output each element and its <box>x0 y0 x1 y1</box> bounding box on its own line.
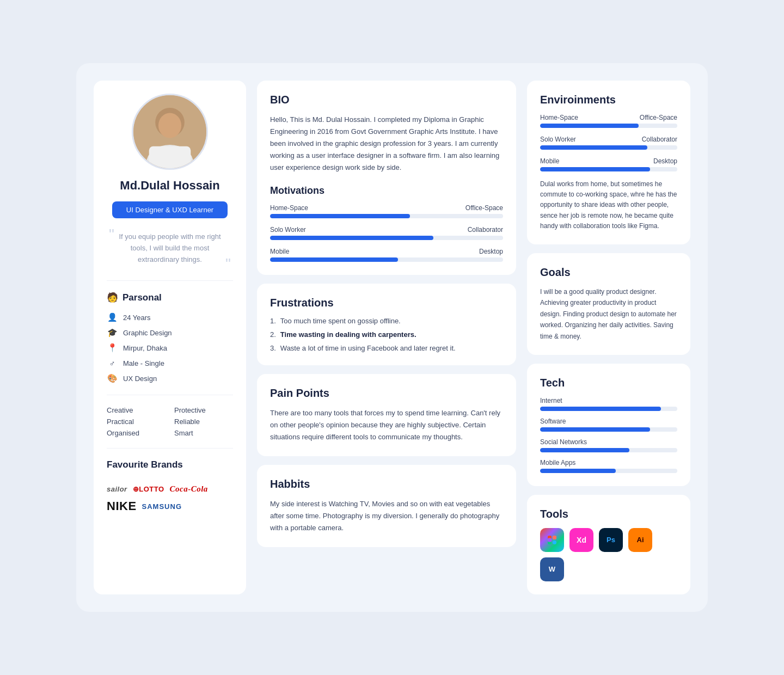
tool-ps: Ps <box>599 528 623 552</box>
frustration-2: 2. Time wasting in dealing with carpente… <box>270 330 503 339</box>
tool-figma <box>540 528 564 552</box>
environments-description: Dulal works from home, but sometimes he … <box>540 179 677 231</box>
divider-1 <box>107 280 233 281</box>
brand-sailor: sailor <box>107 485 127 493</box>
bio-title: BIO <box>270 94 503 106</box>
env-track-2 <box>540 145 677 150</box>
avatar <box>132 94 208 170</box>
motivation-left-1: Home-Space <box>270 204 308 212</box>
age-icon: 👤 <box>107 312 118 323</box>
brand-lotto: ⊕LOTTO <box>133 485 164 493</box>
env-right-3: Desktop <box>653 157 677 165</box>
tech-label-internet: Internet <box>540 397 677 404</box>
personal-gender: ♂ Male - Single <box>107 358 233 369</box>
motivation-fill-3 <box>270 257 398 262</box>
habits-text: My side interest is Watching TV, Movies … <box>270 498 503 534</box>
trait-3: Practical <box>107 418 166 426</box>
tech-fill-mobile <box>540 469 616 473</box>
tools-card: Tools Xd Ps Ai W <box>527 495 690 594</box>
motivation-track-1 <box>270 214 503 218</box>
frustration-1-text: Too much time spent on gossip offline. <box>280 317 401 325</box>
frustrations-list: 1. Too much time spent on gossip offline… <box>270 317 503 352</box>
svg-rect-9 <box>548 538 552 542</box>
env-fill-1 <box>540 124 639 128</box>
personal-list: 👤 24 Years 🎓 Graphic Design 📍 Mirpur, Dh… <box>107 312 233 384</box>
trait-4: Reliable <box>174 418 233 426</box>
left-column: Md.Dulal Hossain UI Designer & UXD Learn… <box>94 81 246 594</box>
personal-section-title: 🧑 Parsonal <box>107 292 233 303</box>
avatar-wrap <box>107 94 233 170</box>
tool-ai: Ai <box>628 528 652 552</box>
gender-label: Male - Single <box>123 359 164 367</box>
motivation-right-1: Office-Space <box>465 204 503 212</box>
tech-bar-software: Software <box>540 418 677 432</box>
frustration-3-text: Waste a lot of time in using Facebook an… <box>280 344 456 352</box>
environments-title: Enviroinments <box>540 94 677 106</box>
profile-name: Md.Dulal Hossain <box>107 179 233 193</box>
interest-icon: 🎨 <box>107 373 118 384</box>
goals-text: I will be a good quality product designe… <box>540 286 677 342</box>
brands-logos: sailor ⊕LOTTO Coca-Cola NIKE SAMSUNG <box>107 484 233 513</box>
role-badge: UI Designer & UXD Learner <box>112 201 228 218</box>
env-right-1: Office-Space <box>640 114 677 121</box>
tech-label-mobile: Mobile Apps <box>540 459 677 467</box>
tech-fill-software <box>540 427 650 432</box>
svg-point-8 <box>553 541 556 544</box>
tech-fill-social <box>540 448 629 452</box>
motivation-bar-2: Solo Worker Collaborator <box>270 226 503 240</box>
tech-label-social: Social Networks <box>540 438 677 446</box>
frustration-2-text: Time wasting in dealing with carpenters. <box>280 330 416 339</box>
env-left-2: Solo Worker <box>540 136 576 143</box>
tool-word: W <box>540 557 564 581</box>
quote-close-icon: " <box>225 256 231 272</box>
bio-text: Hello, This is Md. Dulal Hossain. I comp… <box>270 114 503 174</box>
tech-title: Tech <box>540 377 677 389</box>
profile-card: Md.Dulal Hossain UI Designer & UXD Learn… <box>76 63 708 612</box>
motivation-track-3 <box>270 257 503 262</box>
env-bar-2: Solo Worker Collaborator <box>540 136 677 150</box>
tech-label-software: Software <box>540 418 677 425</box>
divider-2 <box>107 395 233 395</box>
personal-age: 👤 24 Years <box>107 312 233 323</box>
motivations-title: Motivations <box>270 185 503 197</box>
motivation-bars: Home-Space Office-Space Solo Worker Coll… <box>270 204 503 262</box>
tech-bar-mobile: Mobile Apps <box>540 459 677 473</box>
habits-card: Habbits My side interest is Watching TV,… <box>257 465 516 547</box>
brand-samsung: SAMSUNG <box>142 502 182 511</box>
svg-point-3 <box>158 113 181 138</box>
tech-bars: Internet Software Social Networks <box>540 397 677 473</box>
pain-points-card: Pain Points There are too many tools tha… <box>257 374 516 456</box>
env-bar-1: Home-Space Office-Space <box>540 114 677 128</box>
quote-text: If you equip people with me right tools,… <box>119 232 220 263</box>
brand-nike: NIKE <box>107 499 137 513</box>
env-right-2: Collaborator <box>642 136 677 143</box>
education-label: Graphic Design <box>123 329 172 337</box>
motivation-fill-2 <box>270 236 433 240</box>
location-label: Mirpur, Dhaka <box>123 344 167 352</box>
pain-points-text: There are too many tools that forces my … <box>270 407 503 443</box>
right-column: Enviroinments Home-Space Office-Space So… <box>527 81 690 594</box>
gender-icon: ♂ <box>107 358 118 369</box>
trait-2: Protective <box>174 406 233 414</box>
tech-fill-internet <box>540 407 661 411</box>
goals-title: Goals <box>540 266 677 279</box>
env-bars: Home-Space Office-Space Solo Worker Coll… <box>540 114 677 171</box>
bio-card: BIO Hello, This is Md. Dulal Hossain. I … <box>257 81 516 274</box>
middle-column: BIO Hello, This is Md. Dulal Hossain. I … <box>257 81 516 594</box>
svg-rect-6 <box>553 536 556 539</box>
frustration-1: 1. Too much time spent on gossip offline… <box>270 317 503 325</box>
brands-section-title: Favourite Brands <box>107 459 233 470</box>
env-fill-2 <box>540 145 647 150</box>
env-track-3 <box>540 167 677 171</box>
divider-3 <box>107 448 233 449</box>
motivation-left-2: Solo Worker <box>270 226 306 234</box>
education-icon: 🎓 <box>107 327 118 338</box>
env-track-1 <box>540 124 677 128</box>
trait-1: Creative <box>107 406 166 414</box>
trait-6: Smart <box>174 429 233 437</box>
env-fill-3 <box>540 167 650 171</box>
tech-card: Tech Internet Software Social Networks <box>527 364 690 486</box>
motivation-left-3: Mobile <box>270 248 289 255</box>
frustrations-title: Frustrations <box>270 297 503 309</box>
pain-points-title: Pain Points <box>270 387 503 400</box>
